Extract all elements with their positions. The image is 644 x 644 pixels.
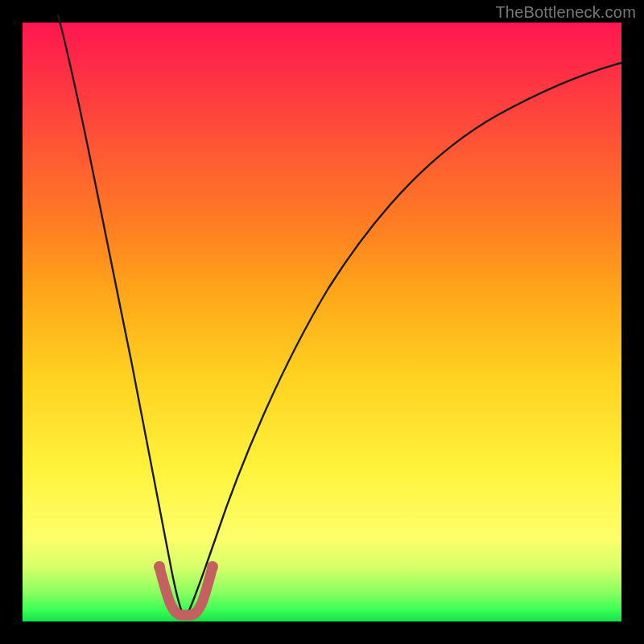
chart-plot-area [23,23,621,621]
bottleneck-curve [58,14,621,612]
chart-svg [23,23,621,621]
chart-frame: TheBottleneck.com [0,0,644,644]
attribution-text: TheBottleneck.com [495,3,636,22]
optimal-marker [159,567,213,615]
marker-dot-right [207,561,218,572]
marker-dot-left [154,561,165,572]
